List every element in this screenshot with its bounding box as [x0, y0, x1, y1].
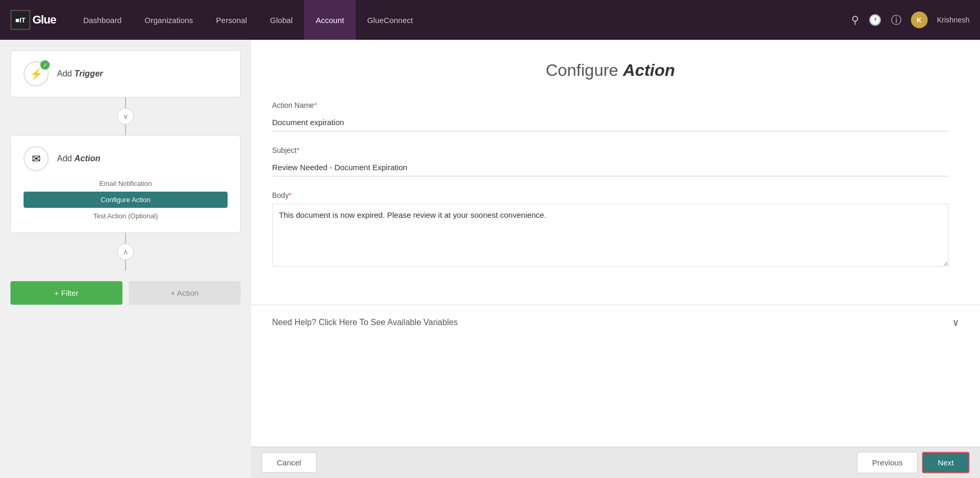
logo: ■IT Glue	[10, 10, 56, 30]
trigger-title: Add Trigger	[57, 69, 103, 79]
action-name-input[interactable]	[272, 114, 949, 131]
nav-dashboard[interactable]: Dashboard	[72, 0, 133, 40]
configure-action-title: Configure Action	[272, 61, 949, 80]
bottom-buttons: + Filter + Action	[10, 281, 241, 305]
nav-right: ⚲ 🕐 ⓘ K Krishnesh	[851, 12, 970, 28]
right-panel: Configure Action Action Name* Subject*	[251, 40, 980, 478]
history-icon[interactable]: 🕐	[869, 14, 882, 26]
avatar: K	[911, 12, 928, 28]
subject-input[interactable]	[272, 159, 949, 176]
expand-trigger-chevron[interactable]: ∨	[117, 108, 134, 125]
action-name-required: *	[314, 101, 317, 109]
check-badge: ✓	[40, 60, 50, 70]
action-card: ✉ Add Action Email Notification Configur…	[10, 135, 241, 233]
nav-glueconnect[interactable]: GlueConnect	[356, 0, 425, 40]
action-icon-circle: ✉	[24, 146, 49, 171]
main-layout: ⚡ ✓ Add Trigger ∨ ✉ Add Action	[0, 40, 980, 478]
action-steps: Email Notification Configure Action Test…	[24, 177, 228, 222]
connector-down: ∨	[10, 97, 241, 135]
footer-bar: Cancel Previous Next	[251, 447, 980, 478]
nav-organizations[interactable]: Organizations	[133, 0, 205, 40]
previous-button[interactable]: Previous	[857, 452, 918, 473]
footer-right: Previous Next	[857, 452, 970, 473]
logo-box: ■IT	[10, 10, 30, 30]
trigger-icon-circle: ⚡ ✓	[24, 61, 49, 86]
connector-line-3	[125, 233, 126, 243]
help-text: Need Help? Click Here To See Available V…	[272, 318, 458, 327]
nav-account[interactable]: Account	[304, 0, 355, 40]
subject-group: Subject*	[272, 146, 949, 176]
connector-up: ∧	[10, 233, 241, 271]
body-label: Body*	[272, 191, 949, 199]
help-section: Need Help? Click Here To See Available V…	[251, 305, 980, 340]
search-icon[interactable]: ⚲	[851, 14, 859, 26]
help-icon[interactable]: ⓘ	[891, 13, 902, 27]
action-name-label: Action Name*	[272, 101, 949, 109]
navbar: ■IT Glue Dashboard Organizations Persona…	[0, 0, 980, 40]
body-textarea[interactable]: This document is now expired. Please rev…	[272, 204, 949, 266]
cancel-button[interactable]: Cancel	[262, 452, 317, 473]
nav-personal[interactable]: Personal	[205, 0, 258, 40]
step-email-notification[interactable]: Email Notification	[24, 177, 228, 190]
left-panel: ⚡ ✓ Add Trigger ∨ ✉ Add Action	[0, 40, 251, 478]
lightning-icon: ⚡	[30, 68, 43, 80]
help-chevron-icon: ∨	[952, 317, 959, 328]
trigger-card: ⚡ ✓ Add Trigger	[10, 50, 241, 97]
connector-line-1	[125, 97, 126, 108]
nav-global[interactable]: Global	[258, 0, 304, 40]
trigger-card-header: ⚡ ✓ Add Trigger	[24, 61, 228, 86]
connector-line-2	[125, 125, 126, 135]
connector-line-4	[125, 260, 126, 271]
body-group: Body* This document is now expired. Plea…	[272, 191, 949, 269]
step-configure-action[interactable]: Configure Action	[24, 192, 228, 208]
subject-required: *	[297, 146, 299, 154]
form-area: Configure Action Action Name* Subject*	[251, 40, 980, 447]
action-title: Add Action	[57, 154, 100, 163]
email-icon: ✉	[32, 152, 41, 165]
filter-button[interactable]: + Filter	[10, 281, 122, 305]
action-name-group: Action Name*	[272, 101, 949, 131]
step-test-action[interactable]: Test Action (Optional)	[24, 210, 228, 222]
help-header[interactable]: Need Help? Click Here To See Available V…	[251, 305, 980, 340]
add-action-button[interactable]: + Action	[129, 281, 241, 305]
subject-label: Subject*	[272, 146, 949, 154]
username[interactable]: Krishnesh	[937, 16, 970, 24]
collapse-action-chevron[interactable]: ∧	[117, 243, 134, 260]
logo-text: Glue	[32, 13, 56, 27]
action-card-header: ✉ Add Action	[24, 146, 228, 171]
next-button[interactable]: Next	[922, 452, 970, 473]
form-content: Configure Action Action Name* Subject*	[251, 40, 980, 304]
body-required: *	[289, 191, 291, 199]
nav-links: Dashboard Organizations Personal Global …	[72, 0, 851, 40]
